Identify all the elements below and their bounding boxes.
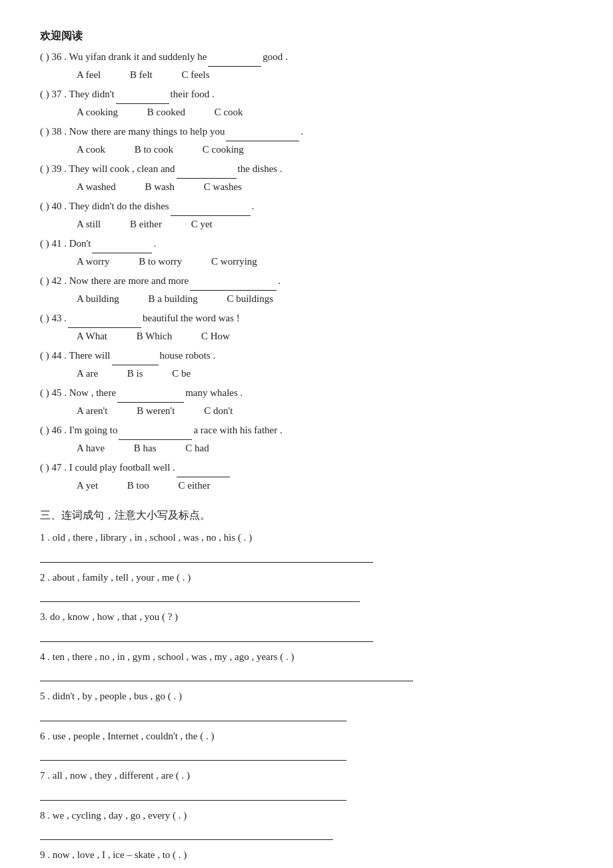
q40-text-after: . xyxy=(252,198,255,215)
q43-number: ( ) 43 . xyxy=(40,310,67,327)
q45-options: A aren't B weren't C don't xyxy=(40,403,573,420)
q47-number: ( ) 47 . I could play football well . xyxy=(40,459,175,477)
section-three-title: 三、连词成句，注意大小写及标点。 xyxy=(40,506,573,524)
q42-option-b: B a building xyxy=(149,291,198,308)
q39-text-after: the dishes . xyxy=(238,161,283,178)
q37-number: ( ) 37 . They didn't xyxy=(40,86,115,103)
answer-line-5 xyxy=(40,707,346,721)
q38-option-a: A cook xyxy=(77,141,105,159)
question-44-line: ( ) 44 . There will house robots . xyxy=(40,347,573,365)
reorder-text-7: 7 . all , now , they , different , are (… xyxy=(40,767,573,785)
question-40-line: ( ) 40 . They didn't do the dishes . xyxy=(40,198,573,216)
section-three: 三、连词成句，注意大小写及标点。 1 . old , there , libra… xyxy=(40,506,573,868)
reorder-item-3: 3. do , know , how , that , you ( ? ) xyxy=(40,609,573,642)
answer-line-9 xyxy=(40,865,320,868)
q36-number: ( ) 36 . Wu yifan drank it and suddenly … xyxy=(40,49,207,66)
q41-option-c: C worrying xyxy=(211,253,257,271)
q43-text-after: beautiful the word was ! xyxy=(143,310,240,327)
q46-option-c: C had xyxy=(185,440,209,457)
q45-option-c: C don't xyxy=(204,403,233,420)
question-39: ( ) 39 . They will cook , clean and the … xyxy=(40,161,573,195)
q36-text-after: good . xyxy=(263,49,288,66)
question-43-line: ( ) 43 . beautiful the word was ! xyxy=(40,310,573,328)
reorder-text-8: 8 . we , cycling , day , go , every ( . … xyxy=(40,807,573,825)
q37-blank xyxy=(116,86,169,104)
answer-line-3 xyxy=(40,627,373,642)
q45-number: ( ) 45 . Now , there xyxy=(40,385,116,402)
q40-number: ( ) 40 . They didn't do the dishes xyxy=(40,198,169,215)
answer-line-6 xyxy=(40,746,346,761)
answer-line-2 xyxy=(40,587,360,602)
q41-option-b: B to worry xyxy=(139,253,182,271)
q44-option-a: A are xyxy=(77,365,98,383)
question-42-line: ( ) 42 . Now there are more and more . xyxy=(40,273,573,291)
q45-option-b: B weren't xyxy=(137,403,175,420)
q46-text-after: a race with his father . xyxy=(193,422,282,439)
q42-options: A building B a building C buildings xyxy=(40,291,573,308)
reorder-item-4: 4 . ten , there , no , in , gym , school… xyxy=(40,649,573,682)
q37-option-c: C cook xyxy=(215,104,243,121)
q37-options: A cooking B cooked C cook xyxy=(40,104,573,121)
q36-option-a: A feel xyxy=(77,67,101,84)
question-38: ( ) 38 . Now there are many things to he… xyxy=(40,123,573,158)
q42-number: ( ) 42 . Now there are more and more xyxy=(40,273,189,290)
q44-number: ( ) 44 . There will xyxy=(40,347,111,365)
reorder-item-2: 2 . about , family , tell , your , me ( … xyxy=(40,569,573,603)
q47-blank xyxy=(177,459,230,477)
q40-option-c: C yet xyxy=(191,216,213,233)
question-46: ( ) 46 . I'm going to a race with his fa… xyxy=(40,422,573,457)
reorder-item-5: 5 . didn't , by , people , bus , go ( . … xyxy=(40,688,573,721)
q41-options: A worry B to worry C worrying xyxy=(40,253,573,271)
q39-option-a: A washed xyxy=(77,179,116,196)
q37-option-a: A cooking xyxy=(77,104,118,121)
header-title: 欢迎阅读 xyxy=(40,27,573,45)
q44-option-c: C be xyxy=(172,365,191,383)
q43-options: A What B Which C How xyxy=(40,328,573,345)
q38-number: ( ) 38 . Now there are many things to he… xyxy=(40,123,225,141)
question-45-line: ( ) 45 . Now , there many whales . xyxy=(40,385,573,403)
q42-text-after: . xyxy=(278,273,281,290)
q37-text-after: their food . xyxy=(171,86,215,103)
reorder-text-6: 6 . use , people , Internet , couldn't ,… xyxy=(40,728,573,745)
q37-option-b: B cooked xyxy=(147,104,185,121)
question-46-line: ( ) 46 . I'm going to a race with his fa… xyxy=(40,422,573,440)
q39-option-c: C washes xyxy=(204,179,242,196)
q45-text-after: many whales . xyxy=(185,385,243,402)
question-47: ( ) 47 . I could play football well . A … xyxy=(40,459,573,494)
q47-option-c: C either xyxy=(179,477,211,495)
q43-option-b: B Which xyxy=(137,328,172,345)
reorder-text-4: 4 . ten , there , no , in , gym , school… xyxy=(40,649,573,666)
q38-options: A cook B to cook C cooking xyxy=(40,141,573,159)
q40-option-b: B either xyxy=(130,216,162,233)
reorder-item-9: 9 . now , love , I , ice – skate , to ( … xyxy=(40,847,573,868)
q38-blank xyxy=(226,123,299,141)
question-41: ( ) 41 . Don't . A worry B to worry C wo… xyxy=(40,235,573,270)
q36-blank xyxy=(208,49,261,67)
reorder-item-6: 6 . use , people , Internet , couldn't ,… xyxy=(40,728,573,761)
q36-option-c: C feels xyxy=(181,67,209,84)
question-37-line: ( ) 37 . They didn't their food . xyxy=(40,86,573,104)
q47-option-a: A yet xyxy=(77,477,98,495)
q41-number: ( ) 41 . Don't xyxy=(40,235,91,253)
question-39-line: ( ) 39 . They will cook , clean and the … xyxy=(40,161,573,179)
q40-blank xyxy=(171,198,251,216)
q47-options: A yet B too C either xyxy=(40,477,573,495)
q43-blank xyxy=(68,310,141,328)
q45-option-a: A aren't xyxy=(77,403,107,420)
q39-number: ( ) 39 . They will cook , clean and xyxy=(40,161,175,178)
answer-line-7 xyxy=(40,786,346,801)
q44-blank xyxy=(112,347,159,365)
q46-option-a: A have xyxy=(77,440,105,457)
question-47-line: ( ) 47 . I could play football well . xyxy=(40,459,573,477)
question-37: ( ) 37 . They didn't their food . A cook… xyxy=(40,86,573,121)
q38-option-b: B to cook xyxy=(135,141,173,159)
q39-option-b: B wash xyxy=(145,179,175,196)
reorder-text-3: 3. do , know , how , that , you ( ? ) xyxy=(40,609,573,626)
question-38-line: ( ) 38 . Now there are many things to he… xyxy=(40,123,573,141)
q44-text-after: house robots . xyxy=(160,347,216,365)
reorder-text-9: 9 . now , love , I , ice – skate , to ( … xyxy=(40,847,573,864)
q38-option-c: C cooking xyxy=(203,141,244,159)
q47-option-b: B too xyxy=(127,477,149,495)
q41-option-a: A worry xyxy=(77,253,110,271)
questions-section: ( ) 36 . Wu yifan drank it and suddenly … xyxy=(40,49,573,494)
